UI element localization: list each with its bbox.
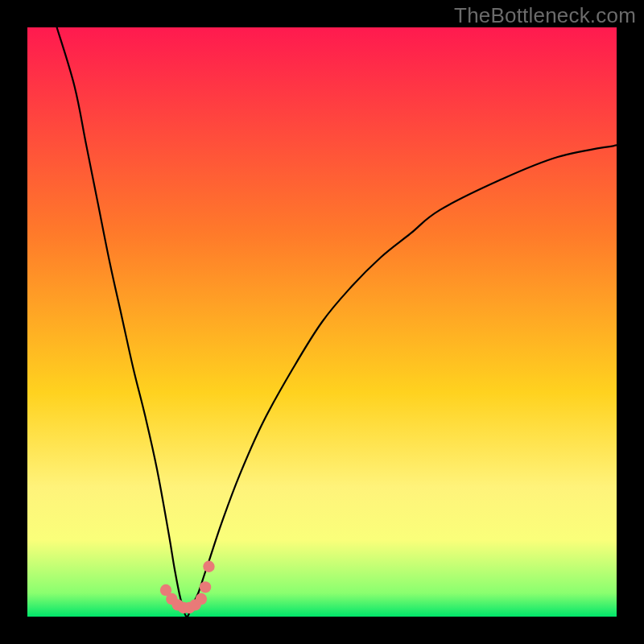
marker-point [196,593,207,605]
watermark-text: TheBottleneck.com [454,3,636,28]
marker-point [200,581,211,592]
marker-point [203,561,214,572]
plot-area [27,27,617,617]
chart-svg [27,27,617,617]
